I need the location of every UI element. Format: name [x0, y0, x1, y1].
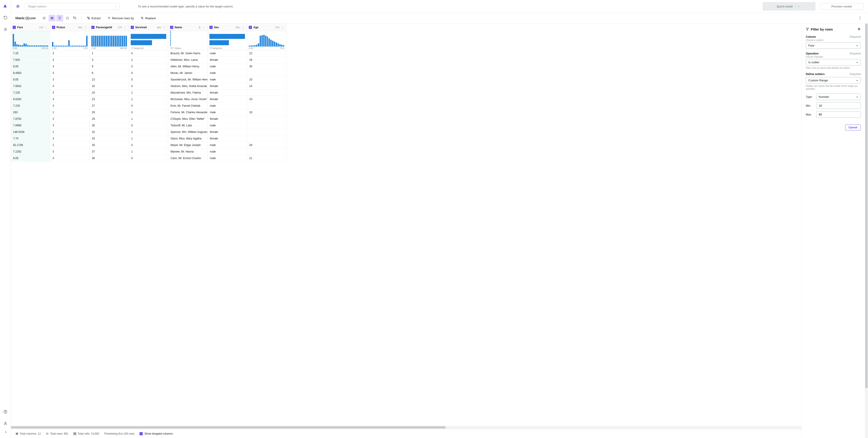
column-menu-icon[interactable]: ⋮	[44, 26, 48, 29]
table-cell[interactable]	[247, 70, 286, 76]
table-cell[interactable]: male	[208, 63, 247, 70]
table-cell[interactable]: 0	[129, 63, 168, 70]
table-cell[interactable]: 0	[129, 76, 168, 83]
table-cell[interactable]: O'Dwyer, Miss. Ellen "Nellie"	[168, 116, 207, 122]
table-cell[interactable]: 146.5208	[11, 129, 50, 135]
table-cell[interactable]: 0	[129, 103, 168, 109]
table-cell[interactable]: 20	[90, 90, 129, 96]
table-cell[interactable]: male	[208, 76, 247, 83]
table-cell[interactable]: 3	[50, 155, 89, 162]
table-cell[interactable]: 3	[50, 76, 89, 83]
table-cell[interactable]: male	[208, 109, 247, 116]
table-cell[interactable]: 8.05	[11, 63, 50, 70]
table-cell[interactable]: female	[208, 90, 247, 96]
column-header-pclass[interactable]: ✓ Pclass Abc ⋮	[50, 24, 89, 31]
table-cell[interactable]: female	[208, 96, 247, 103]
show-dropped-checkbox[interactable]: ✓Show dropped columns	[140, 432, 173, 435]
table-cell[interactable]: 3	[50, 103, 89, 109]
table-cell[interactable]: 1	[129, 90, 168, 96]
max-input[interactable]	[816, 111, 861, 118]
table-cell[interactable]: 3	[50, 57, 89, 63]
table-cell[interactable]: 3	[50, 63, 89, 70]
operation-select[interactable]: Is outlier	[806, 59, 861, 66]
table-cell[interactable]: male	[208, 103, 247, 109]
table-cell[interactable]: 13	[90, 76, 129, 83]
table-cell[interactable]: Fortune, Mr. Charles Alexander	[168, 109, 207, 116]
table-cell[interactable]: male	[208, 148, 247, 155]
table-cell[interactable]: 15	[247, 96, 286, 103]
column-header-name[interactable]: ✓ Name A̲ ⋮	[168, 24, 207, 31]
table-cell[interactable]: 23	[90, 96, 129, 103]
column-menu-icon[interactable]: ⋮	[202, 26, 206, 29]
table-cell[interactable]: 0	[129, 50, 168, 57]
column-header-age[interactable]: ✓ Age 123 ⋮	[247, 24, 286, 31]
table-cell[interactable]: 35	[247, 63, 286, 70]
table-cell[interactable]: Emir, Mr. Farred Chehab	[168, 103, 207, 109]
collapse-icon[interactable]	[857, 15, 864, 22]
table-cell[interactable]: 1	[50, 142, 89, 148]
table-cell[interactable]: male	[208, 155, 247, 162]
type-select[interactable]: Number	[816, 94, 861, 100]
define-outliers-select[interactable]: Custom Range	[806, 77, 861, 83]
table-cell[interactable]: 1	[129, 116, 168, 122]
table-cell[interactable]: 21	[247, 155, 286, 162]
table-cell[interactable]: female	[208, 116, 247, 122]
table-cell[interactable]: 1	[90, 50, 129, 57]
table-cell[interactable]: Braund, Mr. Owen Harris	[168, 50, 207, 57]
table-cell[interactable]: 1	[129, 148, 168, 155]
table-cell[interactable]: female	[208, 129, 247, 135]
search-icon[interactable]	[64, 15, 71, 22]
table-cell[interactable]: 8.05	[11, 76, 50, 83]
view-grid-icon[interactable]	[49, 15, 55, 22]
table-cell[interactable]: 1	[50, 109, 89, 116]
vertical-scrollbar[interactable]	[865, 24, 868, 438]
table-cell[interactable]: 7.925	[11, 57, 50, 63]
column-header-fare[interactable]: ✓ Fare 123 ⋮	[11, 24, 50, 31]
column-menu-icon[interactable]: ⋮	[281, 26, 284, 29]
table-cell[interactable]: 0	[129, 70, 168, 76]
table-cell[interactable]: Mamee, Mr. Hanna	[168, 148, 207, 155]
table-cell[interactable]: Heikkinen, Miss. Laina	[168, 57, 207, 63]
user-icon[interactable]	[2, 420, 9, 427]
table-cell[interactable]: 22	[247, 50, 286, 57]
horizontal-scrollbar[interactable]	[11, 426, 802, 429]
table-cell[interactable]: 1	[129, 57, 168, 63]
table-cell[interactable]: 27	[90, 103, 129, 109]
column-header-pid[interactable]: ✓ PassengerId 123 ⋮	[90, 24, 129, 31]
table-cell[interactable]: 1	[50, 129, 89, 135]
table-cell[interactable]: 26	[247, 57, 286, 63]
table-cell[interactable]: 7.75	[11, 135, 50, 142]
table-cell[interactable]: 0	[129, 109, 168, 116]
table-cell[interactable]: 37	[90, 148, 129, 155]
extract-button[interactable]: Extract	[85, 15, 102, 21]
table-cell[interactable]: 3	[50, 70, 89, 76]
column-checkbox[interactable]: ✓	[131, 26, 134, 29]
table-cell[interactable]: male	[208, 122, 247, 129]
list-icon[interactable]	[2, 26, 9, 33]
table-cell[interactable]: 14	[247, 83, 286, 90]
table-cell[interactable]	[247, 122, 286, 129]
column-checkbox[interactable]: ✓	[52, 26, 55, 29]
table-cell[interactable]: Vestrom, Miss. Hulda Amanda A...	[168, 83, 207, 90]
table-cell[interactable]	[247, 90, 286, 96]
table-cell[interactable]	[247, 129, 286, 135]
table-cell[interactable]: 8.4583	[11, 70, 50, 76]
table-cell[interactable]: 7.225	[11, 90, 50, 96]
table-cell[interactable]	[247, 148, 286, 155]
column-menu-icon[interactable]: ⋮	[241, 26, 245, 29]
column-menu-icon[interactable]: ⋮	[84, 26, 88, 29]
help-icon[interactable]	[2, 409, 9, 415]
table-cell[interactable]: Allen, Mr. William Henry	[168, 63, 207, 70]
table-cell[interactable]: 15	[90, 83, 129, 90]
table-cell[interactable]: 6	[90, 70, 129, 76]
table-cell[interactable]: 38	[90, 155, 129, 162]
table-cell[interactable]: female	[208, 57, 247, 63]
table-cell[interactable]: 35	[90, 142, 129, 148]
table-cell[interactable]: 28	[247, 142, 286, 148]
cancel-button[interactable]: Cancel	[845, 125, 861, 130]
table-cell[interactable]: 3	[50, 96, 89, 103]
table-cell[interactable]: 1	[129, 129, 168, 135]
numbered-list-icon[interactable]: 12	[72, 15, 79, 22]
column-header-sex[interactable]: ✓ Sex Abc ⋮	[208, 24, 247, 31]
table-cell[interactable]: 3	[50, 50, 89, 57]
